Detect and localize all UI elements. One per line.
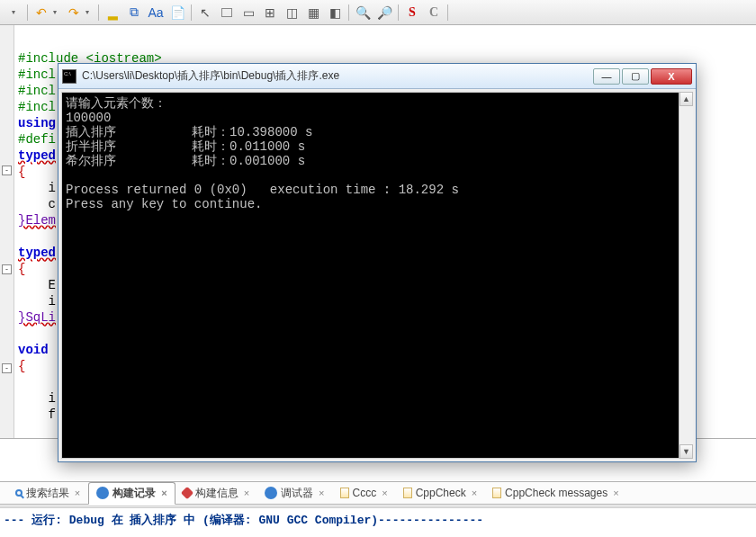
fold-toggle-icon[interactable]: - [2,166,12,175]
redo-icon[interactable]: ↷ [64,3,84,22]
tab-close-icon[interactable]: × [161,488,166,498]
zoom-in-icon[interactable]: 🔍 [353,3,373,22]
fold-toggle-icon[interactable]: - [2,264,12,274]
undo-icon[interactable]: ↶ [32,3,51,22]
console-window: C:\Users\li\Desktop\插入排序\bin\Debug\插入排序.… [58,63,697,462]
tab-label: 构建信息 [195,486,238,501]
maximize-button[interactable]: ▢ [622,68,649,85]
scroll-up-icon[interactable]: ▲ [680,92,693,106]
document-icon [403,488,412,498]
zoom-out-icon[interactable]: 🔎 [374,3,394,22]
separator [191,4,192,21]
tab-构建记录[interactable]: 构建记录× [88,482,175,505]
fold-gutter: --- [0,25,14,438]
copy-icon[interactable]: ⧉ [124,3,144,22]
console-titlebar[interactable]: C:\Users\li\Desktop\插入排序\bin\Debug\插入排序.… [58,64,696,89]
tab-close-icon[interactable]: × [319,488,324,498]
separator [348,4,349,21]
tab-label: 调试器 [281,486,313,501]
circle-icon [265,487,277,499]
select-block-icon[interactable] [217,3,237,22]
s-button[interactable]: S [402,3,422,22]
separator [398,4,399,21]
tab-close-icon[interactable]: × [75,488,80,498]
console-title: C:\Users\li\Desktop\插入排序\bin\Debug\插入排序.… [82,68,593,84]
separator [27,4,28,21]
grid-icon[interactable]: ▦ [303,3,323,22]
tab-label: CppCheck [416,487,466,499]
minimize-button[interactable]: — [593,68,620,85]
highlight-icon[interactable]: ▂ [103,3,122,22]
scroll-down-icon[interactable]: ▼ [680,444,693,459]
split-icon[interactable]: ◧ [325,3,345,22]
c-button[interactable]: C [424,3,444,22]
tab-CppCheck[interactable]: CppCheck× [396,484,485,502]
rect-icon[interactable]: ▭ [238,3,258,22]
cursor-icon[interactable]: ↖ [195,3,215,22]
console-app-icon [62,69,76,84]
close-button[interactable]: X [651,68,692,85]
dropdown-toggle-icon[interactable]: ▾ [4,3,23,22]
search-icon [15,489,22,497]
document-icon [340,488,349,498]
redo-dropdown-icon[interactable]: ▾ [86,8,94,16]
document-icon [492,488,501,498]
tab-close-icon[interactable]: × [613,488,618,498]
tab-label: Cccc [353,487,377,499]
tab-调试器[interactable]: 调试器× [257,483,332,504]
horizontal-divider [0,506,756,508]
console-output[interactable]: 请输入元素个数： 100000 插入排序 耗时：10.398000 s 折半排序… [62,93,692,458]
tab-close-icon[interactable]: × [244,488,249,498]
bottom-tab-bar: Blocks×搜索结果×构建记录×构建信息×调试器×Cccc×CppCheck×… [0,481,756,505]
circle-icon [96,487,109,499]
text-style-icon[interactable]: Aa [146,3,166,22]
fold-toggle-icon[interactable]: - [2,363,12,373]
tab-CppCheck messages[interactable]: CppCheck messages× [485,484,627,502]
main-toolbar: ▾ ↶ ▾ ↷ ▾ ▂ ⧉ Aa 📄 ↖ ▭ ⊞ ◫ ▦ ◧ 🔍 🔎 S C [0,0,756,25]
build-log-line: --- 运行: Debug 在 插入排序 中 (编译器: GNU GCC Com… [0,512,756,528]
tab-label: 构建记录 [112,486,156,501]
tab-label: 搜索结果 [26,486,69,501]
window-icon[interactable]: ⊞ [260,3,280,22]
separator [447,4,448,21]
paste-icon[interactable]: 📄 [167,3,187,22]
tab-Cccc[interactable]: Cccc× [333,484,396,502]
diamond-icon [181,487,194,499]
console-scrollbar[interactable]: ▲ ▼ [679,92,693,459]
tab-close-icon[interactable]: × [472,488,477,498]
tab-Blocks[interactable]: Blocks× [0,484,8,502]
panes-icon[interactable]: ◫ [282,3,302,22]
separator [98,4,99,21]
tab-close-icon[interactable]: × [382,488,387,498]
undo-dropdown-icon[interactable]: ▾ [53,8,62,16]
tab-label: CppCheck messages [505,487,608,499]
tab-构建信息[interactable]: 构建信息× [176,483,257,504]
tab-搜索结果[interactable]: 搜索结果× [8,483,88,504]
